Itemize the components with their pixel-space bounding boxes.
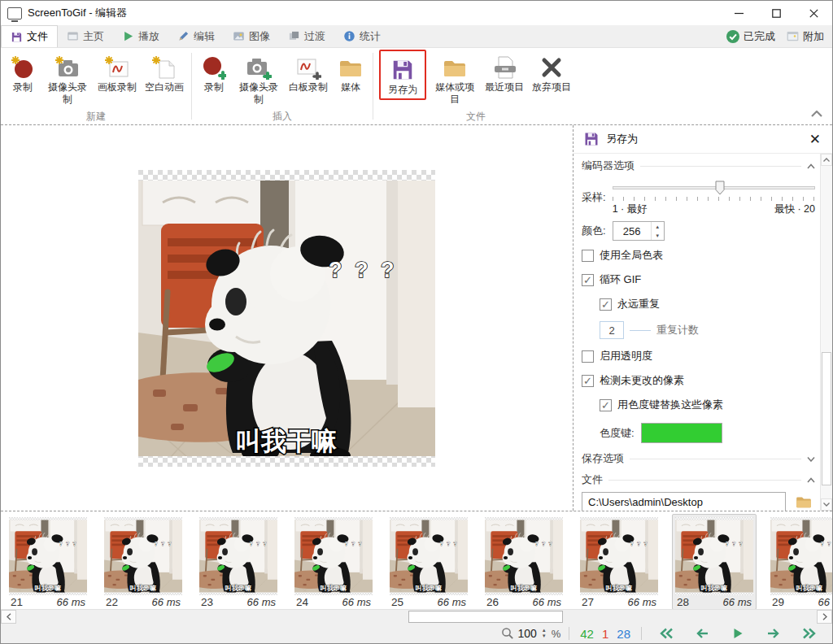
transparency-checkbox[interactable]: 启用透明度 — [582, 349, 815, 363]
insert-recording-button[interactable]: 录制 — [195, 50, 233, 95]
checkbox-checked[interactable]: ✓ — [582, 274, 594, 286]
play-button[interactable] — [722, 624, 754, 642]
tab-transitions-label: 过渡 — [304, 29, 325, 44]
new-blank-button[interactable]: 空白动画 — [141, 50, 188, 95]
panel-close-button[interactable]: ✕ — [805, 129, 826, 150]
new-recording-button[interactable]: 录制 — [4, 50, 41, 95]
checkbox-checked[interactable]: ✓ — [600, 399, 612, 411]
recent-projects-button[interactable]: 最近项目 — [481, 50, 528, 95]
frame-item[interactable]: ? ? ? 叫我干嘛 27 66 ms — [577, 514, 661, 609]
scroll-thumb[interactable] — [408, 611, 563, 623]
checkbox-unchecked[interactable] — [582, 250, 594, 262]
maximize-button[interactable] — [757, 1, 795, 25]
frame-thumbnail[interactable]: ? ? ? 叫我干嘛 — [199, 517, 277, 595]
board-insert-icon — [295, 55, 321, 80]
frame-thumbnail[interactable]: ? ? ? 叫我干嘛 — [104, 517, 182, 595]
tab-home[interactable]: 主页 — [58, 25, 113, 47]
first-frame-button[interactable] — [650, 624, 683, 642]
spin-down-icon[interactable]: ▼ — [652, 231, 664, 240]
scroll-up-button[interactable] — [821, 154, 832, 166]
board-new-icon — [104, 55, 130, 80]
tab-statistics[interactable]: 统计 — [334, 25, 390, 47]
tab-file[interactable]: 文件 — [1, 25, 58, 47]
file-section-header[interactable]: 文件 — [582, 472, 815, 487]
insert-board-button[interactable]: 白板录制 — [285, 50, 332, 95]
frame-item[interactable]: ? ? ? 叫我干嘛 28 66 ms — [672, 514, 757, 609]
frame-number: 28 — [677, 596, 689, 608]
checkbox-checked[interactable]: ✓ — [582, 375, 594, 387]
frame-number: 26 — [486, 596, 499, 608]
frame-thumbnail[interactable]: ? ? ? 叫我干嘛 — [390, 517, 468, 595]
checkbox-checked[interactable]: ✓ — [600, 298, 612, 311]
close-icon — [809, 9, 818, 18]
caption-text: 叫我干嘛 — [225, 584, 252, 592]
checkbox-unchecked[interactable] — [582, 350, 594, 363]
scroll-down-button[interactable] — [821, 498, 832, 511]
frame-thumbnail[interactable]: ? ? ? 叫我干嘛 — [9, 517, 87, 595]
status-done[interactable]: 已完成 — [726, 29, 775, 44]
folder-icon — [442, 55, 468, 80]
editor-canvas[interactable]: ? ? ? 叫我干嘛 — [1, 125, 574, 511]
frame-item[interactable]: ? ? ? 叫我干嘛 25 66 ms — [386, 514, 471, 609]
frame-item[interactable]: ? ? ? 叫我干嘛 26 66 ms — [482, 514, 566, 609]
save-options-header[interactable]: 保存选项 — [582, 451, 815, 466]
scroll-left-button[interactable] — [1, 610, 16, 624]
close-button[interactable] — [795, 1, 832, 25]
output-path-input[interactable]: C:\Users\admin\Desktop — [582, 492, 786, 511]
save-as-button[interactable]: 另存为 — [384, 52, 421, 98]
frame-duration: 66 ms — [342, 596, 371, 608]
encoder-options-title: 编码器选项 — [582, 159, 635, 173]
colors-spinner[interactable]: 256 ▲▼ — [613, 221, 665, 241]
tab-playback[interactable]: 播放 — [113, 25, 168, 47]
sampling-slider[interactable] — [613, 180, 815, 196]
slider-thumb[interactable] — [715, 181, 725, 198]
discard-project-button[interactable]: 放弃项目 — [528, 50, 575, 95]
scroll-right-button[interactable] — [817, 610, 832, 624]
chroma-key-color-swatch[interactable] — [641, 423, 722, 443]
zoom-value[interactable]: 100 — [517, 627, 536, 640]
next-frame-button[interactable] — [757, 624, 790, 642]
tab-edit[interactable]: 编辑 — [168, 25, 224, 47]
filmstrip-scrollbar[interactable] — [1, 609, 832, 624]
repeat-count-input[interactable]: 2 — [600, 321, 624, 339]
tab-transitions[interactable]: 过渡 — [279, 25, 334, 47]
replace-chroma-checkbox[interactable]: ✓ 用色度键替换这些像素 — [600, 398, 815, 412]
insert-webcam-button[interactable]: 摄像头录制 — [233, 50, 285, 107]
frame-item[interactable]: ? ? ? 叫我干嘛 22 66 ms — [101, 514, 185, 609]
last-frame-button[interactable] — [793, 624, 826, 642]
group-label-new: 新建 — [4, 110, 188, 124]
save-as-floppy-icon — [390, 58, 415, 82]
frame-item[interactable]: ? ? ? 叫我干嘛 29 66 ms — [767, 514, 832, 609]
browse-folder-button[interactable] — [792, 492, 815, 511]
new-webcam-button[interactable]: 摄像头录制 — [41, 50, 94, 107]
global-palette-checkbox[interactable]: 使用全局色表 — [582, 248, 815, 263]
frame-item[interactable]: ? ? ? 叫我干嘛 23 66 ms — [196, 514, 281, 609]
frame-item[interactable]: ? ? ? 叫我干嘛 21 66 ms — [6, 514, 90, 609]
thumbnail-image: ? ? ? 叫我干嘛 — [390, 517, 468, 595]
panel-scrollbar[interactable] — [820, 154, 832, 511]
spin-up-icon[interactable]: ▲ — [652, 222, 664, 231]
extras-menu[interactable]: 附加 — [787, 29, 824, 44]
frame-duration: 66 ms — [533, 596, 561, 608]
open-media-project-button[interactable]: 媒体或项目 — [429, 50, 481, 107]
zoom-spinner[interactable]: ▲▼ — [542, 628, 547, 638]
open-media-project-label: 媒体或项目 — [433, 81, 477, 106]
collapse-ribbon-button[interactable] — [811, 108, 822, 120]
frame-item[interactable]: ? ? ? 叫我干嘛 24 66 ms — [291, 514, 376, 609]
previous-frame-button[interactable] — [686, 624, 718, 642]
encoder-options-header[interactable]: 编码器选项 — [582, 159, 815, 173]
main-area: ? ? ? 叫我干嘛 另存为 ✕ 编码器选项 — [1, 124, 832, 511]
repeat-forever-checkbox[interactable]: ✓ 永远重复 — [600, 297, 815, 311]
detect-unchanged-checkbox[interactable]: ✓ 检测未更改的像素 — [582, 373, 815, 388]
tab-image[interactable]: 图像 — [224, 25, 279, 47]
frame-thumbnail[interactable]: ? ? ? 叫我干嘛 — [485, 517, 563, 595]
insert-media-button[interactable]: 媒体 — [332, 50, 369, 95]
loop-gif-checkbox[interactable]: ✓ 循环 GIF — [582, 272, 815, 287]
frame-thumbnail[interactable]: ? ? ? 叫我干嘛 — [770, 517, 832, 595]
new-board-button[interactable]: 画板录制 — [94, 50, 141, 95]
scroll-thumb[interactable] — [822, 352, 831, 485]
minimize-button[interactable] — [720, 1, 757, 25]
frame-thumbnail[interactable]: ? ? ? 叫我干嘛 — [675, 517, 753, 595]
frame-thumbnail[interactable]: ? ? ? 叫我干嘛 — [294, 517, 373, 595]
frame-thumbnail[interactable]: ? ? ? 叫我干嘛 — [580, 517, 658, 595]
